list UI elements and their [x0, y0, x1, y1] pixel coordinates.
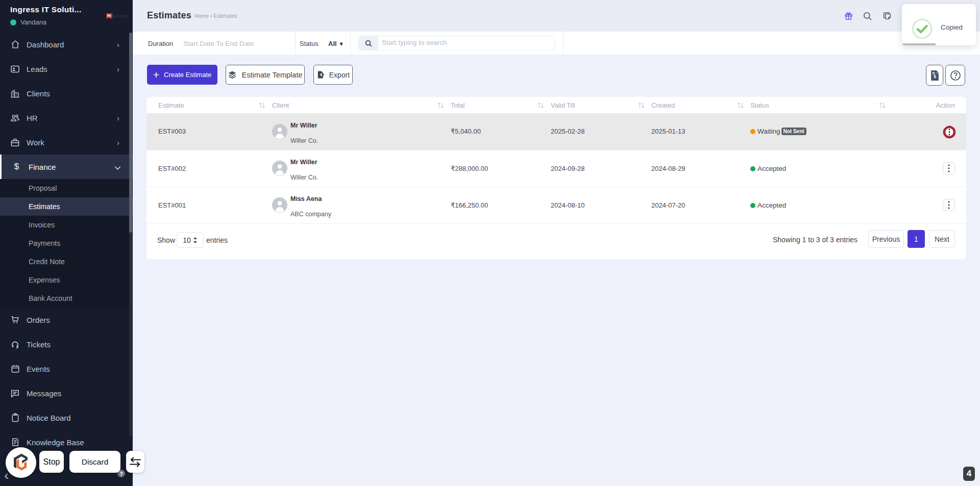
svg-text:$: $	[934, 74, 936, 79]
